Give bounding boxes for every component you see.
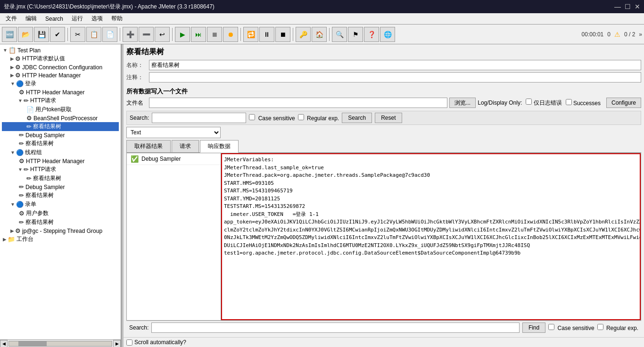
tree-node-6[interactable]: ▼✏HTTP请求 [2, 96, 119, 105]
type-select[interactable]: Text RegExp Tester CSS/JQuery Tester JSO… [126, 127, 221, 138]
toolbar-new[interactable]: 🆕 [2, 27, 17, 42]
scroll-thumb [18, 341, 47, 346]
toolbar-help[interactable]: ❓ [364, 27, 379, 42]
toolbar-open[interactable]: 📂 [18, 27, 33, 42]
tree-node-10[interactable]: ✏Debug Sampler [2, 131, 119, 139]
successes-label: Successes [573, 100, 601, 107]
configure-button[interactable]: Configure [606, 98, 641, 108]
menu-edit[interactable]: 编辑 [22, 14, 41, 24]
result-item-debug[interactable]: ✅ Debug Sampler [127, 153, 221, 165]
toolbar-remote-start[interactable]: 🔁 [243, 27, 258, 42]
comment-input[interactable] [149, 72, 641, 83]
scroll-left[interactable]: ◀ [0, 340, 8, 347]
name-input[interactable] [149, 60, 641, 70]
toolbar-stop[interactable]: ⏹ [207, 27, 222, 42]
toolbar-cut[interactable]: ✂ [70, 27, 85, 42]
error-only-checkbox[interactable] [526, 99, 532, 105]
result-right-panel: JMeterVariables: JMeterThread.last_sampl… [221, 153, 641, 320]
minimize-button[interactable]: — [614, 3, 621, 10]
menu-options[interactable]: 选项 [88, 14, 107, 24]
main-area: ▼📋Test Plan▶⚙HTTP请求默认值▶⚙JDBC Connection … [0, 44, 644, 347]
search-input-bottom[interactable] [151, 322, 520, 333]
scroll-track[interactable] [8, 341, 112, 347]
toolbar-play-no-pause[interactable]: ⏭ [191, 27, 206, 42]
regular-exp-label-top: Regular exp. [298, 114, 339, 122]
menu-run[interactable]: 运行 [68, 14, 87, 24]
content-area: 察看结果树 名称： 注释： 所有数据写入一个文件 文件名 浏览... Log/D… [124, 44, 644, 337]
tree-node-icon: 📁 [8, 236, 15, 243]
tree-node-1[interactable]: ▶⚙HTTP请求默认值 [2, 54, 119, 63]
tree-node-14[interactable]: ▼✏HTTP请求 [2, 165, 119, 174]
case-sensitive-checkbox-bottom[interactable] [548, 324, 554, 330]
tree-node-11[interactable]: ✏察看结果树 [2, 139, 119, 148]
tree-node-12[interactable]: ▼🔵线程组 [2, 148, 119, 157]
tree-node-2[interactable]: ▶⚙JDBC Connection Configuration [2, 63, 119, 71]
maximize-button[interactable]: ☐ [625, 3, 631, 10]
log-only-label: Log/Display Only: [478, 99, 522, 106]
tab-response-data[interactable]: 响应数据 [200, 140, 239, 153]
toolbar-search[interactable]: 🔍 [332, 27, 347, 42]
tree-node-18[interactable]: ▼🔵录单 [2, 200, 119, 209]
tree-node-22[interactable]: ▶📁工作台 [2, 235, 119, 244]
reset-button-top[interactable]: Reset [375, 113, 402, 123]
toolbar-flag[interactable]: ⚑ [348, 27, 363, 42]
search-label-bottom: Search: [129, 324, 149, 331]
search-button-top[interactable]: Search [342, 113, 372, 123]
regular-exp-checkbox-top[interactable] [298, 114, 304, 120]
find-button[interactable]: Find [522, 322, 545, 333]
tab-sampler-result[interactable]: 取样器结果 [126, 140, 171, 152]
tree-node-5[interactable]: ⚙HTTP Header Manager [2, 88, 119, 96]
tree-node-icon: 📋 [8, 47, 16, 54]
toolbar-sep-3 [172, 28, 173, 41]
tree-node-icon: ⚙ [15, 55, 21, 62]
tab-request[interactable]: 请求 [172, 140, 199, 152]
tree-node-4[interactable]: ▼🔵登录 [2, 79, 119, 88]
tree-node-19[interactable]: ⚙用户参数 [2, 209, 119, 218]
browse-button[interactable]: 浏览... [449, 98, 476, 108]
tree-node-icon: ⚙ [19, 89, 25, 96]
tree-node-7[interactable]: 📄用户token获取 [2, 105, 119, 114]
tree-node-0[interactable]: ▼📋Test Plan [2, 46, 119, 54]
toolbar-web[interactable]: 🌐 [380, 27, 395, 42]
menu-help[interactable]: 帮助 [107, 14, 126, 24]
result-left-panel: ✅ Debug Sampler [127, 153, 221, 320]
tree-node-icon: ✏ [26, 175, 32, 182]
successes-checkbox[interactable] [566, 99, 572, 105]
toolbar-play[interactable]: ▶ [175, 27, 190, 42]
toolbar-clear[interactable]: 🔑 [296, 27, 311, 42]
tree-node-label: BeanShell PostProcessor [33, 115, 98, 122]
tree-node-17[interactable]: ✏察看结果树 [2, 191, 119, 200]
toolbar-remote-stop[interactable]: ⏸ [259, 27, 274, 42]
tree-node-3[interactable]: ▶⚙HTTP Header Manager [2, 71, 119, 79]
toolbar-save[interactable]: 💾 [34, 27, 49, 42]
scroll-auto-checkbox[interactable] [126, 339, 132, 346]
close-button[interactable]: ✕ [635, 3, 640, 10]
file-input[interactable] [149, 98, 447, 108]
menu-search[interactable]: Search [41, 15, 67, 23]
toolbar-remote-exit[interactable]: ⏹ [275, 27, 290, 42]
scroll-right[interactable]: ▶ [113, 340, 121, 347]
tree-node-8[interactable]: ⚙BeanShell PostProcessor [2, 114, 119, 122]
toolbar-shutdown[interactable]: ⏺ [223, 27, 238, 42]
tree-node-15[interactable]: ✏察看结果树 [2, 174, 119, 183]
toolbar-copy[interactable]: 📋 [86, 27, 101, 42]
toolbar-undo[interactable]: ↩ [155, 27, 170, 42]
tree-node-13[interactable]: ⚙HTTP Header Manager [2, 157, 119, 165]
toolbar-ratio: 0 / 2 [624, 31, 635, 38]
toolbar-clear-all[interactable]: 🏠 [312, 27, 327, 42]
search-input-top[interactable] [152, 113, 246, 123]
menu-file[interactable]: 文件 [2, 14, 21, 24]
tree-node-16[interactable]: ✏Debug Sampler [2, 183, 119, 191]
case-sensitive-checkbox-top[interactable] [249, 114, 255, 120]
regular-exp-checkbox-bottom[interactable] [597, 324, 603, 330]
toolbar-remove[interactable]: ➖ [139, 27, 154, 42]
tree-node-icon: ⚙ [15, 64, 21, 71]
toolbar-check[interactable]: ✔ [50, 27, 65, 42]
toolbar-add[interactable]: ➕ [123, 27, 138, 42]
tree-node-21[interactable]: ▶⚙jp@gc - Stepping Thread Group [2, 227, 119, 235]
tree-node-20[interactable]: ✏察看结果树 [2, 218, 119, 227]
toolbar-paste[interactable]: 📄 [102, 27, 117, 42]
tree-node-icon: ✏ [19, 140, 24, 147]
tree-node-label: 线程组 [25, 149, 42, 157]
tree-node-9[interactable]: ✏察看结果树 [2, 122, 119, 131]
